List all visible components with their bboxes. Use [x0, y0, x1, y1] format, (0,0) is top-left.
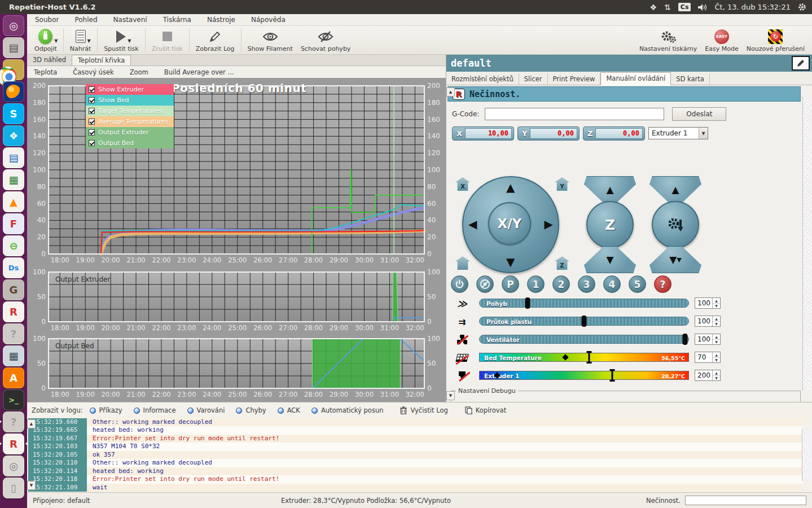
- tab-object-placement[interactable]: Rozmístění objektů: [446, 73, 519, 85]
- dropbox-tray-icon[interactable]: ❖: [650, 3, 657, 12]
- bed-temperature-slider[interactable]: Bed Temperature 56,55°C: [479, 353, 689, 362]
- repetier-host-icon[interactable]: R: [3, 301, 24, 322]
- tab-temperature-curve[interactable]: Teplotní křivka: [72, 55, 131, 65]
- firefox-icon[interactable]: [3, 81, 24, 102]
- send-gcode-button[interactable]: Odeslat: [672, 107, 726, 121]
- preset-4-button[interactable]: 4: [603, 275, 621, 293]
- spin-up-icon[interactable]: ▲: [713, 298, 720, 304]
- terminal-icon[interactable]: >_: [3, 389, 24, 410]
- toggle-autoscroll[interactable]: Automatický posun: [307, 405, 388, 416]
- skype-icon[interactable]: S: [3, 103, 24, 124]
- chart-menu-zoom[interactable]: Zoom: [123, 67, 155, 77]
- scroll-up-arrow[interactable]: ▲: [27, 419, 36, 428]
- y-coordinate[interactable]: Y 0,00: [517, 126, 580, 141]
- park-button[interactable]: P: [502, 275, 519, 293]
- z-up-button[interactable]: ▲: [584, 176, 636, 203]
- easy-mode-button[interactable]: EASY Easy Mode: [701, 28, 742, 53]
- toggle-log-button[interactable]: Zobrazit Log: [192, 28, 239, 53]
- scroll-down-arrow[interactable]: ▼: [446, 391, 455, 400]
- move-y-plus-icon[interactable]: ▲: [506, 182, 515, 193]
- toggle-warnings[interactable]: Varováni: [183, 405, 230, 416]
- volume-icon[interactable]: [698, 3, 707, 11]
- log-scrollbar[interactable]: [802, 428, 811, 481]
- session-gear-icon[interactable]: [798, 3, 806, 11]
- hide-travel-moves-button[interactable]: Schovat pohyby: [297, 28, 354, 53]
- toggle-information[interactable]: Informace: [129, 405, 181, 416]
- checkbox-icon[interactable]: [89, 97, 95, 103]
- help-button[interactable]: ?: [654, 275, 671, 293]
- clear-log-button[interactable]: Vyčistit Log: [396, 405, 452, 416]
- preset-1-button[interactable]: 1: [527, 275, 545, 293]
- unknown-app-2-icon[interactable]: ?: [3, 411, 24, 432]
- spin-down-icon[interactable]: ▼: [713, 340, 720, 345]
- repetier-host-active-icon[interactable]: R: [3, 433, 24, 454]
- move-y-minus-icon[interactable]: ▼: [506, 256, 515, 268]
- checkbox-icon[interactable]: [89, 119, 95, 125]
- network-updown-icon[interactable]: ⇅: [664, 3, 671, 12]
- legend-item-show-extruder[interactable]: Show Extruder: [86, 84, 174, 95]
- trash-icon[interactable]: ▯: [3, 478, 24, 498]
- motors-off-button[interactable]: [476, 275, 494, 293]
- spin-down-icon[interactable]: ▼: [713, 358, 720, 363]
- copy-log-button[interactable]: Kopírovat: [460, 405, 511, 416]
- chrome-icon[interactable]: [3, 59, 24, 80]
- file-manager-icon[interactable]: ▤: [3, 37, 24, 58]
- toggle-commands[interactable]: Příkazy: [85, 405, 127, 416]
- calculator-icon[interactable]: ▦: [3, 345, 24, 366]
- extruder-extrude-button[interactable]: ▼▼: [649, 246, 701, 273]
- flow-value-spinner[interactable]: 100 ▲▼: [695, 316, 721, 327]
- legend-item-output-extruder[interactable]: Output Extruder: [86, 127, 174, 138]
- home-x-button[interactable]: X: [455, 177, 470, 191]
- output-bed-chart[interactable]: 00505010010018:0019:0020:0021:0022:0023:…: [29, 335, 444, 401]
- tab-3d-view[interactable]: 3D náhled: [27, 55, 72, 65]
- menu-nastroje[interactable]: Nástroje: [199, 15, 243, 25]
- tab-manual-control[interactable]: Manuální ovládání: [600, 72, 671, 85]
- chevron-down-icon[interactable]: ▼: [54, 38, 58, 43]
- keyboard-layout-indicator[interactable]: Cs: [678, 3, 691, 11]
- xy-pad-center[interactable]: X/Y: [488, 202, 531, 245]
- move-x-minus-icon[interactable]: ◀: [468, 218, 477, 230]
- tab-slicer[interactable]: Slicer: [519, 73, 548, 85]
- checkbox-icon[interactable]: [89, 86, 95, 93]
- z-axis-button[interactable]: Z: [586, 201, 634, 248]
- temperature-chart[interactable]: 0020204040606080801001001201201401401601…: [29, 79, 444, 268]
- app-store-a-icon[interactable]: A: [3, 367, 24, 388]
- checkbox-icon[interactable]: [89, 108, 95, 114]
- clock[interactable]: Čt, 13. dub 15:32:21: [714, 3, 791, 11]
- chart-menu-build-average[interactable]: Build Average over ...: [157, 67, 241, 77]
- z-down-button[interactable]: ▼: [584, 246, 636, 273]
- spin-down-icon[interactable]: ▼: [713, 322, 720, 327]
- x-coordinate[interactable]: X 10,00: [452, 126, 514, 141]
- unknown-app-1-icon[interactable]: ?: [3, 323, 24, 344]
- spin-up-icon[interactable]: ▲: [713, 316, 720, 322]
- xy-move-pad[interactable]: ▲ ▼ ◀ ▶ X/Y: [462, 176, 559, 273]
- move-x-plus-icon[interactable]: ▶: [545, 218, 553, 230]
- chart-menu-casovy-usek[interactable]: Časový úsek: [66, 67, 120, 77]
- fan-slider[interactable]: Ventilátor: [479, 335, 689, 344]
- scroll-down-arrow[interactable]: ▼: [27, 481, 36, 490]
- toggle-errors[interactable]: Chyby: [231, 405, 270, 416]
- menu-soubor[interactable]: Soubor: [27, 15, 67, 25]
- home-z-button[interactable]: Z: [555, 256, 569, 270]
- extruder-temp-spinner[interactable]: 200 ▲▼: [695, 370, 721, 381]
- emergency-stop-button[interactable]: ↻ Nouzové přerušení: [743, 28, 809, 53]
- legend-item-average-temperatures[interactable]: Average Temperatures: [86, 116, 174, 127]
- edit-printer-button[interactable]: [792, 56, 810, 71]
- spin-up-icon[interactable]: ▲: [713, 334, 720, 340]
- fan-value-spinner[interactable]: 100 ▲▼: [695, 334, 721, 345]
- menu-nastaveni[interactable]: Nastavení: [106, 15, 155, 25]
- checkbox-icon[interactable]: [89, 129, 95, 135]
- chevron-down-icon[interactable]: ▼: [128, 38, 131, 43]
- home-y-button[interactable]: Y: [555, 177, 569, 191]
- speed-value-spinner[interactable]: 100 ▲▼: [695, 297, 721, 309]
- kodi-icon[interactable]: ❖: [3, 125, 24, 146]
- vlc-icon[interactable]: ▲: [3, 191, 24, 212]
- extruder-retract-button[interactable]: ▲: [649, 176, 701, 203]
- toggle-ack[interactable]: ACK: [273, 405, 305, 416]
- flow-slider[interactable]: Průtok plastu: [479, 317, 689, 326]
- designspark-icon[interactable]: Ds: [3, 257, 24, 278]
- slider-thumb[interactable]: [582, 316, 587, 327]
- disks-icon[interactable]: ◎: [3, 456, 24, 476]
- target-temp-marker[interactable]: [611, 369, 613, 382]
- log-entries[interactable]: 15:32:19.660Other:: working marked decou…: [28, 418, 803, 492]
